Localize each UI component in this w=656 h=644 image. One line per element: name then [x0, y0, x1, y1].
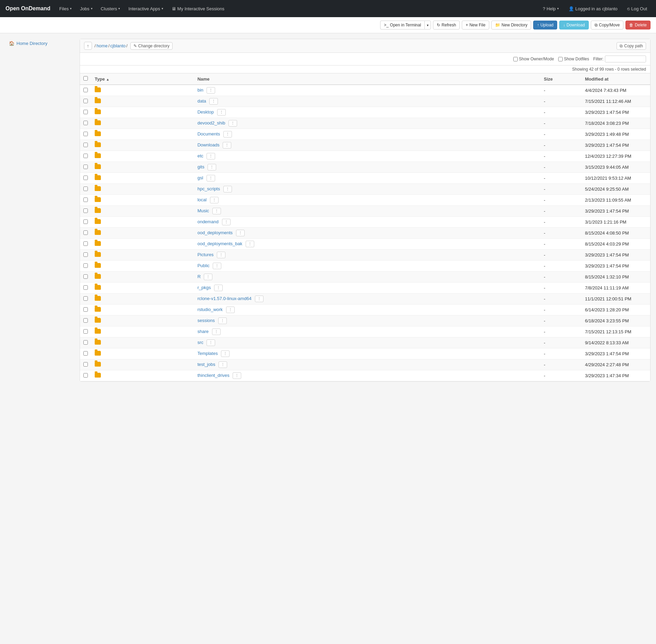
file-link[interactable]: Downloads: [197, 142, 219, 147]
row-checkbox[interactable]: [83, 165, 88, 169]
row-checkbox[interactable]: [83, 143, 88, 147]
file-link[interactable]: hpc_scripts: [197, 186, 220, 191]
type-column-header[interactable]: Type ▲: [91, 73, 194, 85]
row-checkbox[interactable]: [83, 208, 88, 213]
modified-column-header[interactable]: Modified at: [582, 73, 650, 85]
nav-clusters[interactable]: Clusters ▾: [97, 4, 124, 13]
file-link[interactable]: Pictures: [197, 252, 213, 257]
sidebar-item-home-directory[interactable]: 🏠 Home Directory: [5, 39, 74, 48]
row-checkbox[interactable]: [83, 121, 88, 125]
nav-help[interactable]: ? Help ▾: [539, 4, 562, 13]
row-action-button[interactable]: ⋮: [207, 87, 215, 94]
show-dotfiles-label[interactable]: Show Dotfiles: [558, 57, 589, 61]
file-link[interactable]: ood_deployments_bak: [197, 241, 242, 246]
breadcrumb-user-link[interactable]: cjblanto: [110, 43, 126, 48]
file-link[interactable]: rclone-v1.57.0-linux-amd64: [197, 296, 251, 301]
row-checkbox[interactable]: [83, 176, 88, 180]
row-checkbox[interactable]: [83, 373, 88, 378]
row-action-button[interactable]: ⋮: [226, 307, 235, 313]
show-dotfiles-checkbox[interactable]: [558, 57, 563, 61]
row-action-button[interactable]: ⋮: [217, 252, 225, 258]
row-checkbox[interactable]: [83, 132, 88, 136]
row-action-button[interactable]: ⋮: [246, 241, 254, 247]
row-checkbox[interactable]: [83, 263, 88, 268]
row-checkbox[interactable]: [83, 219, 88, 224]
row-checkbox[interactable]: [83, 88, 88, 92]
file-link[interactable]: bin: [197, 87, 203, 93]
row-checkbox[interactable]: [83, 285, 88, 290]
nav-jobs[interactable]: Jobs ▾: [77, 4, 96, 13]
row-action-button[interactable]: ⋮: [223, 131, 232, 138]
row-action-button[interactable]: ⋮: [212, 208, 221, 214]
file-link[interactable]: rstudio_work: [197, 307, 223, 312]
file-link[interactable]: R: [197, 274, 200, 279]
file-link[interactable]: gits: [197, 164, 204, 169]
open-terminal-button[interactable]: >_ Open in Terminal: [380, 21, 424, 29]
refresh-button[interactable]: ↻ Refresh: [433, 21, 460, 29]
row-action-button[interactable]: ⋮: [221, 350, 230, 357]
row-checkbox[interactable]: [83, 187, 88, 191]
row-checkbox[interactable]: [83, 274, 88, 279]
nav-my-interactive-sessions[interactable]: 🖥 My Interactive Sessions: [168, 4, 228, 13]
row-action-button[interactable]: ⋮: [214, 285, 223, 291]
row-action-button[interactable]: ⋮: [233, 372, 241, 379]
file-link[interactable]: ondemand: [197, 219, 218, 224]
row-checkbox[interactable]: [83, 99, 88, 103]
file-link[interactable]: src: [197, 340, 203, 345]
filter-input[interactable]: [605, 56, 646, 62]
upload-button[interactable]: ↑ Upload: [533, 21, 557, 29]
row-action-button[interactable]: ⋮: [204, 274, 212, 280]
row-checkbox[interactable]: [83, 307, 88, 312]
file-link[interactable]: Music: [197, 208, 209, 213]
copy-move-button[interactable]: ⧉ Copy/Move: [591, 21, 624, 29]
file-link[interactable]: r_pkgs: [197, 285, 211, 290]
row-action-button[interactable]: ⋮: [217, 109, 226, 116]
open-terminal-dropdown-button[interactable]: ▾: [424, 21, 431, 29]
row-checkbox[interactable]: [83, 296, 88, 301]
row-action-button[interactable]: ⋮: [212, 329, 221, 335]
show-owner-mode-label[interactable]: Show Owner/Mode: [513, 57, 554, 61]
select-all-checkbox[interactable]: [83, 76, 88, 81]
row-action-button[interactable]: ⋮: [229, 120, 237, 127]
file-link[interactable]: sessions: [197, 318, 215, 323]
row-checkbox[interactable]: [83, 351, 88, 356]
file-link[interactable]: Templates: [197, 351, 218, 356]
row-action-button[interactable]: ⋮: [222, 219, 231, 225]
row-checkbox[interactable]: [83, 318, 88, 323]
breadcrumb-home-link[interactable]: home: [96, 43, 108, 48]
row-action-button[interactable]: ⋮: [207, 153, 215, 159]
new-directory-button[interactable]: 📁 New Directory: [491, 21, 531, 29]
nav-user[interactable]: 👤 Logged in as cjblanto: [565, 4, 621, 13]
nav-interactive-apps[interactable]: Interactive Apps ▾: [125, 4, 167, 13]
file-link[interactable]: Public: [197, 263, 209, 268]
change-directory-button[interactable]: ✎ Change directory: [130, 42, 173, 50]
row-action-button[interactable]: ⋮: [223, 186, 232, 192]
row-checkbox[interactable]: [83, 241, 88, 246]
row-checkbox[interactable]: [83, 230, 88, 235]
row-checkbox[interactable]: [83, 110, 88, 114]
size-column-header[interactable]: Size: [540, 73, 582, 85]
row-checkbox[interactable]: [83, 340, 88, 345]
file-link[interactable]: Documents: [197, 131, 220, 136]
show-owner-mode-checkbox[interactable]: [513, 57, 518, 61]
row-action-button[interactable]: ⋮: [223, 142, 231, 148]
row-action-button[interactable]: ⋮: [209, 98, 218, 105]
row-checkbox[interactable]: [83, 329, 88, 334]
row-action-button[interactable]: ⋮: [207, 175, 215, 181]
name-column-header[interactable]: Name: [194, 73, 540, 85]
file-link[interactable]: share: [197, 329, 209, 334]
new-file-button[interactable]: + New File: [462, 21, 489, 29]
download-button[interactable]: ↓ Download: [559, 21, 588, 29]
nav-files[interactable]: Files ▾: [56, 4, 75, 13]
file-link[interactable]: thinclient_drives: [197, 373, 229, 378]
row-checkbox[interactable]: [83, 252, 88, 257]
nav-logout[interactable]: ⎋ Log Out: [624, 4, 651, 13]
copy-path-button[interactable]: ⧉ Copy path: [617, 42, 646, 50]
file-link[interactable]: ood_deployments: [197, 230, 233, 235]
delete-button[interactable]: 🗑 Delete: [625, 21, 651, 29]
row-action-button[interactable]: ⋮: [236, 230, 245, 236]
row-action-button[interactable]: ⋮: [218, 318, 227, 324]
file-link[interactable]: Desktop: [197, 109, 214, 115]
row-action-button[interactable]: ⋮: [213, 263, 221, 269]
row-checkbox[interactable]: [83, 154, 88, 158]
